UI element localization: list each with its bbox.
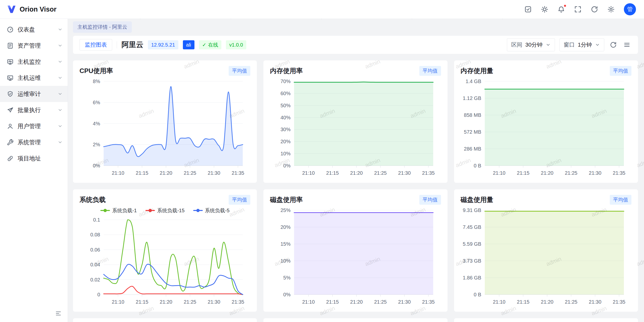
svg-text:40%: 40% (280, 115, 291, 120)
system-load-chart[interactable]: 00.020.040.060.080.121:1021:1521:2021:25… (79, 215, 250, 306)
chevron-down-icon (58, 108, 63, 113)
chart-title: CPU使用率 (79, 66, 113, 75)
chevron-down-icon (58, 75, 63, 80)
memory-usage-percent-card: 内存使用率 平均值 0%10%20%30%40%50%60%70%21:1021… (263, 60, 447, 183)
svg-text:0.06: 0.06 (90, 247, 100, 253)
svg-text:20%: 20% (280, 224, 291, 230)
sidebar-item-system-management[interactable]: 系统管理 (0, 134, 68, 150)
svg-text:21:20: 21:20 (350, 170, 363, 176)
svg-text:21:25: 21:25 (184, 170, 196, 176)
svg-text:60%: 60% (280, 91, 291, 96)
sidebar-item-label: 批量执行 (18, 106, 41, 114)
sidebar-item-ops-audit[interactable]: 运维审计 (0, 86, 68, 102)
svg-text:1.4 GB: 1.4 GB (465, 79, 481, 84)
sidebar-item-dashboard[interactable]: 仪表盘 (0, 21, 68, 38)
window-select-label: 窗口 (564, 41, 575, 49)
average-value-badge: 平均值 (419, 195, 441, 205)
svg-text:0 B: 0 B (474, 163, 481, 168)
charts-menu-icon[interactable] (622, 40, 631, 49)
svg-text:286 MB: 286 MB (464, 146, 481, 152)
svg-text:21:10: 21:10 (302, 170, 315, 176)
refresh-icon[interactable] (591, 6, 598, 13)
svg-text:1.12 GB: 1.12 GB (463, 95, 481, 101)
sidebar-item-host-ops[interactable]: 主机运维 (0, 70, 68, 86)
svg-text:21:25: 21:25 (374, 170, 387, 176)
svg-text:0 B: 0 B (474, 292, 481, 297)
disk-usage-percent-chart[interactable]: 0%5%10%15%20%25%21:1021:1521:2021:2521:3… (270, 206, 441, 306)
average-value-badge: 平均值 (419, 66, 441, 76)
notification-dot (564, 4, 567, 7)
legend-marker (193, 210, 203, 211)
monitor-chart-button[interactable]: 监控图表 (79, 39, 112, 51)
orion-visor-logo-icon (7, 4, 17, 14)
memory-usage-amount-chart[interactable]: 0 B286 MB572 MB858 MB1.12 GB1.4 GB21:102… (461, 77, 631, 177)
chevron-down-icon (58, 43, 63, 48)
svg-text:5.59 GB: 5.59 GB (463, 241, 481, 247)
cpu-usage-chart[interactable]: 0%2%4%6%8%21:1021:1521:2021:2521:3021:35 (79, 77, 250, 177)
svg-text:21:25: 21:25 (565, 299, 577, 305)
legend-item[interactable]: 系统负载-1 (100, 207, 137, 214)
brand[interactable]: Orion Visor (7, 4, 57, 14)
svg-text:21:20: 21:20 (541, 299, 553, 305)
user-icon (7, 123, 14, 130)
fullscreen-icon[interactable] (574, 6, 582, 13)
svg-text:21:30: 21:30 (208, 170, 220, 176)
chart-title: 磁盘使用量 (461, 195, 493, 204)
svg-text:20%: 20% (280, 139, 291, 144)
svg-text:21:35: 21:35 (613, 299, 625, 305)
legend-item[interactable]: 系统负载-15 (145, 207, 185, 214)
charts-refresh-icon[interactable] (609, 40, 618, 49)
svg-text:21:20: 21:20 (160, 299, 172, 305)
avatar-text: 管 (627, 6, 633, 13)
main-content: 主机监控详情 - 阿里云 监控图表 阿里云 12.92.5.21 ali ✓在线… (68, 19, 644, 322)
sidebar-item-host-monitor[interactable]: 主机监控 (0, 54, 68, 70)
chart-legend: 系统负载-1系统负载-15系统负载-5 (79, 206, 250, 215)
breadcrumb-row: 主机监控详情 - 阿里云 (73, 21, 638, 33)
disk-usage-amount-chart[interactable]: 0 B1.86 GB3.73 GB5.59 GB7.45 GB9.31 GB21… (461, 206, 631, 306)
collapse-sidebar-icon[interactable] (54, 309, 63, 318)
theme-toggle-sun-icon[interactable] (541, 6, 548, 13)
sidebar-item-user-management[interactable]: 用户管理 (0, 118, 68, 134)
notification-bell-icon[interactable] (557, 6, 565, 13)
average-value-badge: 平均值 (610, 66, 631, 76)
memory-usage-percent-chart[interactable]: 0%10%20%30%40%50%60%70%21:1021:1521:2021… (270, 77, 441, 177)
settings-gear-icon[interactable] (607, 6, 615, 13)
memory-usage-amount-card: 内存使用量 平均值 0 B286 MB572 MB858 MB1.12 GB1.… (454, 60, 638, 183)
svg-text:572 MB: 572 MB (464, 129, 481, 135)
host-name: 阿里云 (122, 40, 143, 50)
check-icon: ✓ (202, 42, 207, 48)
sidebar-item-project-link[interactable]: 项目地址 (0, 150, 68, 166)
interval-select[interactable]: 区间 30分钟 (507, 38, 555, 51)
svg-text:0: 0 (97, 292, 100, 297)
svg-text:21:30: 21:30 (398, 299, 411, 305)
svg-text:0.08: 0.08 (90, 232, 100, 237)
chart-title: 内存使用率 (270, 66, 303, 75)
legend-item[interactable]: 系统负载-5 (193, 207, 230, 214)
svg-text:8%: 8% (93, 79, 100, 84)
host-status-text: 在线 (208, 42, 218, 48)
breadcrumb[interactable]: 主机监控详情 - 阿里云 (73, 21, 132, 33)
sidebar-item-batch-exec[interactable]: 批量执行 (0, 102, 68, 118)
shield-icon (7, 91, 14, 97)
svg-text:4%: 4% (93, 121, 100, 126)
chevron-down-icon (58, 140, 63, 145)
cpu-usage-card: CPU使用率 平均值 0%2%4%6%8%21:1021:1521:2021:2… (73, 60, 257, 183)
svg-text:50%: 50% (280, 103, 291, 108)
disk-usage-percent-card: 磁盘使用率 平均值 0%5%10%15%20%25%21:1021:1521:2… (263, 189, 447, 312)
ledger-icon (7, 42, 14, 49)
sidebar-item-assets[interactable]: 资产管理 (0, 38, 68, 54)
window-select[interactable]: 窗口 1分钟 (559, 38, 604, 51)
svg-text:1.86 GB: 1.86 GB (463, 275, 481, 280)
average-value-badge: 平均值 (610, 195, 631, 205)
sidebar-item-label: 系统管理 (18, 138, 41, 146)
partial-card (73, 318, 257, 322)
svg-text:0%: 0% (283, 163, 291, 168)
avatar[interactable]: 管 (624, 3, 636, 15)
interval-select-value: 30分钟 (525, 41, 542, 49)
svg-text:21:10: 21:10 (493, 170, 505, 176)
svg-text:21:35: 21:35 (232, 170, 244, 176)
sidebar-item-label: 运维审计 (18, 90, 41, 98)
svg-text:0%: 0% (93, 163, 100, 168)
check-square-icon[interactable] (524, 6, 532, 13)
tool-icon (7, 139, 14, 146)
